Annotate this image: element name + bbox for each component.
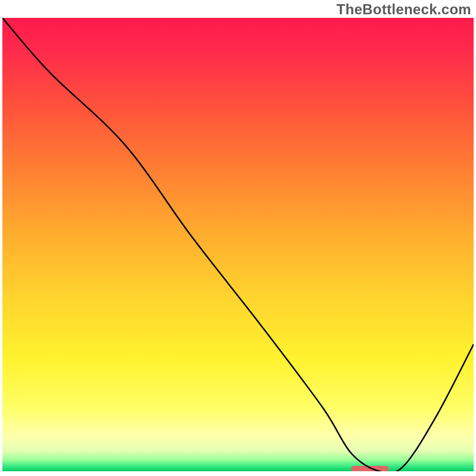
chart-plot-area [2,18,474,471]
watermark-text: TheBottleneck.com [337,1,471,18]
chart-background [2,18,474,471]
chart-svg [2,18,474,471]
chart-frame: TheBottleneck.com [0,0,476,476]
